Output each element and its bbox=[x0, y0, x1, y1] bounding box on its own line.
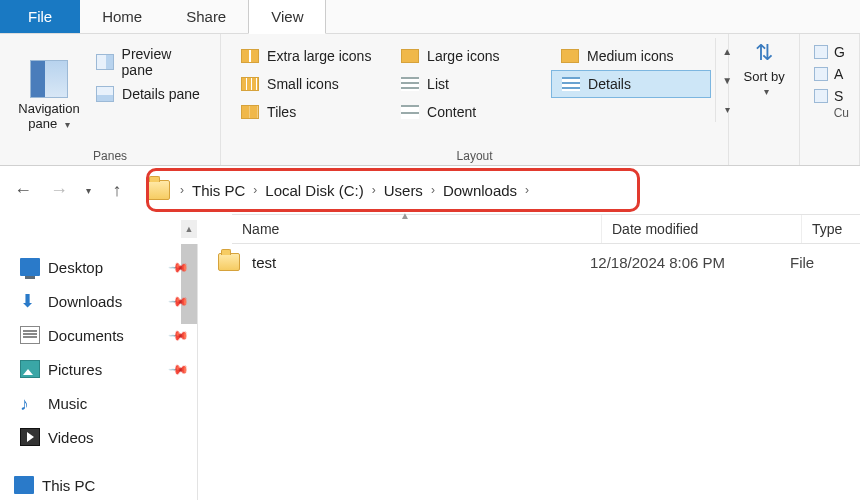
layout-tiles[interactable]: Tiles bbox=[231, 98, 391, 126]
layout-label: Small icons bbox=[267, 76, 339, 92]
ribbon-group-current-view: G A S Cu bbox=[800, 34, 860, 165]
tree-label: Downloads bbox=[48, 293, 122, 310]
scrollbar-thumb[interactable] bbox=[181, 244, 197, 324]
sort-icon: ⇅ bbox=[755, 40, 773, 66]
tiles-icon bbox=[241, 105, 259, 119]
extra-large-icons-icon bbox=[241, 49, 259, 63]
tree-label: Videos bbox=[48, 429, 94, 446]
tree-item-pictures[interactable]: Pictures 📌 bbox=[20, 352, 197, 386]
layout-list[interactable]: List bbox=[391, 70, 551, 98]
ribbon-group-panes: Navigation pane ▾ Preview pane Details p… bbox=[0, 34, 221, 165]
nav-forward-button[interactable]: → bbox=[46, 177, 72, 203]
current-view-group-label: Cu bbox=[810, 104, 849, 120]
chevron-down-icon: ▾ bbox=[764, 86, 769, 97]
layout-label: Extra large icons bbox=[267, 48, 371, 64]
sort-by-button[interactable]: ⇅ Sort by ▾ bbox=[739, 40, 789, 163]
tab-share[interactable]: Share bbox=[164, 0, 248, 33]
ribbon-group-sort: ⇅ Sort by ▾ bbox=[729, 34, 800, 165]
navigation-pane-button[interactable]: Navigation pane ▾ bbox=[10, 38, 88, 147]
layout-medium-icons[interactable]: Medium icons bbox=[551, 42, 711, 70]
layout-label: List bbox=[427, 76, 449, 92]
tree-label: This PC bbox=[42, 477, 95, 494]
file-type: File bbox=[790, 254, 814, 271]
tree-item-downloads[interactable]: ⬇ Downloads 📌 bbox=[20, 284, 197, 318]
column-headers: ▲ Name Date modified Type bbox=[232, 214, 860, 244]
documents-icon bbox=[20, 326, 40, 344]
layout-extra-large-icons[interactable]: Extra large icons bbox=[231, 42, 391, 70]
chevron-right-icon[interactable]: › bbox=[364, 183, 384, 197]
chevron-right-icon[interactable]: › bbox=[423, 183, 443, 197]
file-row[interactable]: test 12/18/2024 8:06 PM File bbox=[198, 244, 860, 280]
add-columns-button[interactable]: A bbox=[814, 66, 845, 82]
desktop-icon bbox=[20, 258, 40, 276]
tab-home[interactable]: Home bbox=[80, 0, 164, 33]
tree-item-this-pc[interactable]: This PC bbox=[14, 468, 197, 500]
breadcrumb-users[interactable]: Users bbox=[384, 182, 423, 199]
content-icon bbox=[401, 105, 419, 119]
tree-label: Desktop bbox=[48, 259, 103, 276]
tab-file[interactable]: File bbox=[0, 0, 80, 33]
breadcrumb-this-pc[interactable]: This PC bbox=[192, 182, 245, 199]
details-pane-label: Details pane bbox=[122, 86, 200, 102]
folder-icon bbox=[146, 180, 170, 200]
files-pane: test 12/18/2024 8:06 PM File bbox=[198, 244, 860, 500]
partial-label: G bbox=[834, 44, 845, 60]
pin-icon: 📌 bbox=[168, 358, 190, 380]
partial-label: S bbox=[834, 88, 843, 104]
pictures-icon bbox=[20, 360, 40, 378]
list-icon bbox=[401, 77, 419, 91]
tree-item-videos[interactable]: Videos bbox=[20, 420, 197, 454]
layout-label: Details bbox=[588, 76, 631, 92]
tree-label: Documents bbox=[48, 327, 124, 344]
group-by-button[interactable]: G bbox=[814, 44, 845, 60]
tree-item-desktop[interactable]: Desktop 📌 bbox=[20, 250, 197, 284]
preview-pane-icon bbox=[96, 54, 114, 70]
tree-label: Pictures bbox=[48, 361, 102, 378]
navigation-tree: ▲ Desktop 📌 ⬇ Downloads 📌 Documents 📌 Pi… bbox=[0, 244, 198, 500]
column-header-date[interactable]: Date modified bbox=[602, 215, 802, 243]
pc-icon bbox=[14, 476, 34, 494]
sort-indicator-icon: ▲ bbox=[400, 210, 410, 221]
layout-label: Tiles bbox=[267, 104, 296, 120]
file-name: test bbox=[252, 254, 590, 271]
nav-back-button[interactable]: ← bbox=[10, 177, 36, 203]
layout-content[interactable]: Content bbox=[391, 98, 551, 126]
size-columns-icon bbox=[814, 89, 828, 103]
tree-label: Music bbox=[48, 395, 87, 412]
nav-history-dropdown[interactable]: ▾ bbox=[82, 185, 94, 196]
layout-large-icons[interactable]: Large icons bbox=[391, 42, 551, 70]
column-header-type[interactable]: Type bbox=[802, 215, 860, 243]
navigation-pane-label: Navigation pane bbox=[18, 101, 79, 130]
chevron-right-icon[interactable]: › bbox=[517, 183, 537, 197]
layout-label: Medium icons bbox=[587, 48, 673, 64]
videos-icon bbox=[20, 428, 40, 446]
details-pane-button[interactable]: Details pane bbox=[96, 86, 204, 102]
nav-up-button[interactable]: ↑ bbox=[104, 177, 130, 203]
panes-group-label: Panes bbox=[10, 147, 210, 163]
ribbon-group-layout: Extra large icons Large icons Medium ico… bbox=[221, 34, 729, 165]
address-bar[interactable]: › This PC › Local Disk (C:) › Users › Do… bbox=[146, 174, 850, 206]
tree-item-music[interactable]: ♪ Music bbox=[20, 386, 197, 420]
size-columns-button[interactable]: S bbox=[814, 88, 845, 104]
chevron-right-icon[interactable]: › bbox=[245, 183, 265, 197]
layout-details[interactable]: Details bbox=[551, 70, 711, 98]
column-header-name[interactable]: Name bbox=[232, 215, 602, 243]
group-by-icon bbox=[814, 45, 828, 59]
file-date: 12/18/2024 8:06 PM bbox=[590, 254, 790, 271]
layout-group-label: Layout bbox=[231, 147, 718, 163]
chevron-right-icon[interactable]: › bbox=[172, 183, 192, 197]
details-icon bbox=[562, 77, 580, 91]
add-columns-icon bbox=[814, 67, 828, 81]
breadcrumb-local-disk[interactable]: Local Disk (C:) bbox=[265, 182, 363, 199]
ribbon-tabs: File Home Share View bbox=[0, 0, 860, 34]
partial-label: A bbox=[834, 66, 843, 82]
tab-view[interactable]: View bbox=[248, 0, 326, 34]
breadcrumb-downloads[interactable]: Downloads bbox=[443, 182, 517, 199]
scrollbar-up-button[interactable]: ▲ bbox=[181, 220, 197, 238]
preview-pane-label: Preview pane bbox=[122, 46, 205, 78]
music-icon: ♪ bbox=[20, 394, 40, 412]
preview-pane-button[interactable]: Preview pane bbox=[96, 46, 204, 78]
sort-by-label: Sort by bbox=[744, 69, 785, 84]
tree-item-documents[interactable]: Documents 📌 bbox=[20, 318, 197, 352]
layout-small-icons[interactable]: Small icons bbox=[231, 70, 391, 98]
